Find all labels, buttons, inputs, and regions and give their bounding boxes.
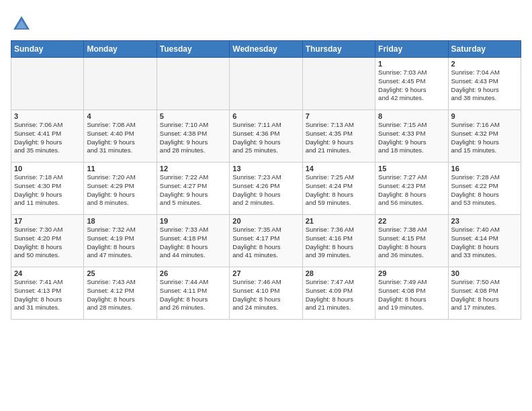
day-info: Sunrise: 7:13 AM Sunset: 4:35 PM Dayligh… xyxy=(306,121,372,155)
day-cell: 9Sunrise: 7:16 AM Sunset: 4:32 PM Daylig… xyxy=(448,110,521,163)
day-number: 9 xyxy=(451,112,518,120)
day-cell: 26Sunrise: 7:44 AM Sunset: 4:11 PM Dayli… xyxy=(157,267,229,320)
day-info: Sunrise: 7:43 AM Sunset: 4:12 PM Dayligh… xyxy=(87,278,153,312)
day-number: 21 xyxy=(306,217,372,225)
day-cell: 13Sunrise: 7:23 AM Sunset: 4:26 PM Dayli… xyxy=(230,163,302,215)
day-cell: 5Sunrise: 7:10 AM Sunset: 4:38 PM Daylig… xyxy=(157,110,229,163)
day-info: Sunrise: 7:15 AM Sunset: 4:33 PM Dayligh… xyxy=(378,121,445,155)
week-row-3: 17Sunrise: 7:30 AM Sunset: 4:20 PM Dayli… xyxy=(11,215,521,267)
calendar-table: SundayMondayTuesdayWednesdayThursdayFrid… xyxy=(11,40,521,320)
day-cell: 10Sunrise: 7:18 AM Sunset: 4:30 PM Dayli… xyxy=(11,163,84,215)
day-number: 19 xyxy=(160,217,226,225)
day-number: 11 xyxy=(87,165,153,173)
day-number: 25 xyxy=(87,269,153,277)
day-number: 23 xyxy=(451,217,518,225)
day-cell: 12Sunrise: 7:22 AM Sunset: 4:27 PM Dayli… xyxy=(157,163,229,215)
day-number: 6 xyxy=(232,112,299,120)
day-number: 26 xyxy=(160,269,226,277)
day-info: Sunrise: 7:46 AM Sunset: 4:10 PM Dayligh… xyxy=(232,278,299,312)
day-number: 1 xyxy=(378,60,445,68)
day-number: 15 xyxy=(378,165,445,173)
day-info: Sunrise: 7:06 AM Sunset: 4:41 PM Dayligh… xyxy=(14,121,81,155)
day-cell: 28Sunrise: 7:47 AM Sunset: 4:09 PM Dayli… xyxy=(302,267,375,320)
day-cell xyxy=(11,58,84,110)
day-number: 12 xyxy=(160,165,226,173)
day-info: Sunrise: 7:27 AM Sunset: 4:23 PM Dayligh… xyxy=(378,173,445,208)
day-info: Sunrise: 7:04 AM Sunset: 4:43 PM Dayligh… xyxy=(451,68,518,103)
day-info: Sunrise: 7:03 AM Sunset: 4:45 PM Dayligh… xyxy=(378,68,445,103)
day-info: Sunrise: 7:36 AM Sunset: 4:16 PM Dayligh… xyxy=(306,226,372,260)
day-cell: 20Sunrise: 7:35 AM Sunset: 4:17 PM Dayli… xyxy=(230,215,302,267)
day-number: 10 xyxy=(14,165,81,173)
day-cell: 27Sunrise: 7:46 AM Sunset: 4:10 PM Dayli… xyxy=(230,267,302,320)
page: SundayMondayTuesdayWednesdayThursdayFrid… xyxy=(0,0,532,411)
day-cell: 4Sunrise: 7:08 AM Sunset: 4:40 PM Daylig… xyxy=(84,110,157,163)
day-cell: 15Sunrise: 7:27 AM Sunset: 4:23 PM Dayli… xyxy=(375,163,448,215)
header-wednesday: Wednesday xyxy=(230,41,302,58)
header-sunday: Sunday xyxy=(11,41,84,58)
day-number: 7 xyxy=(306,112,372,120)
day-number: 22 xyxy=(378,217,445,225)
day-info: Sunrise: 7:11 AM Sunset: 4:36 PM Dayligh… xyxy=(232,121,299,155)
day-cell xyxy=(302,58,375,110)
week-row-1: 3Sunrise: 7:06 AM Sunset: 4:41 PM Daylig… xyxy=(11,110,521,163)
day-cell: 2Sunrise: 7:04 AM Sunset: 4:43 PM Daylig… xyxy=(448,58,521,110)
day-info: Sunrise: 7:16 AM Sunset: 4:32 PM Dayligh… xyxy=(451,121,518,155)
day-info: Sunrise: 7:10 AM Sunset: 4:38 PM Dayligh… xyxy=(160,121,226,155)
day-number: 28 xyxy=(306,269,372,277)
logo-icon xyxy=(11,13,32,35)
day-number: 13 xyxy=(232,165,299,173)
day-number: 24 xyxy=(14,269,81,277)
header xyxy=(11,11,521,35)
day-cell: 11Sunrise: 7:20 AM Sunset: 4:29 PM Dayli… xyxy=(84,163,157,215)
day-cell: 16Sunrise: 7:28 AM Sunset: 4:22 PM Dayli… xyxy=(448,163,521,215)
day-number: 5 xyxy=(160,112,226,120)
day-number: 3 xyxy=(14,112,81,120)
day-cell: 30Sunrise: 7:50 AM Sunset: 4:08 PM Dayli… xyxy=(448,267,521,320)
header-monday: Monday xyxy=(84,41,157,58)
header-tuesday: Tuesday xyxy=(157,41,229,58)
day-number: 14 xyxy=(306,165,372,173)
day-info: Sunrise: 7:41 AM Sunset: 4:13 PM Dayligh… xyxy=(14,278,81,312)
day-info: Sunrise: 7:25 AM Sunset: 4:24 PM Dayligh… xyxy=(306,173,372,208)
header-friday: Friday xyxy=(375,41,448,58)
day-info: Sunrise: 7:35 AM Sunset: 4:17 PM Dayligh… xyxy=(232,226,299,260)
day-cell: 22Sunrise: 7:38 AM Sunset: 4:15 PM Dayli… xyxy=(375,215,448,267)
day-cell: 7Sunrise: 7:13 AM Sunset: 4:35 PM Daylig… xyxy=(302,110,375,163)
day-cell: 8Sunrise: 7:15 AM Sunset: 4:33 PM Daylig… xyxy=(375,110,448,163)
day-cell: 3Sunrise: 7:06 AM Sunset: 4:41 PM Daylig… xyxy=(11,110,84,163)
day-info: Sunrise: 7:47 AM Sunset: 4:09 PM Dayligh… xyxy=(306,278,372,312)
day-info: Sunrise: 7:32 AM Sunset: 4:19 PM Dayligh… xyxy=(87,226,153,260)
day-cell: 24Sunrise: 7:41 AM Sunset: 4:13 PM Dayli… xyxy=(11,267,84,320)
day-info: Sunrise: 7:23 AM Sunset: 4:26 PM Dayligh… xyxy=(232,173,299,208)
logo xyxy=(11,13,35,35)
day-info: Sunrise: 7:28 AM Sunset: 4:22 PM Dayligh… xyxy=(451,173,518,208)
header-row: SundayMondayTuesdayWednesdayThursdayFrid… xyxy=(11,41,521,58)
day-cell: 25Sunrise: 7:43 AM Sunset: 4:12 PM Dayli… xyxy=(84,267,157,320)
day-info: Sunrise: 7:40 AM Sunset: 4:14 PM Dayligh… xyxy=(451,226,518,260)
day-cell: 18Sunrise: 7:32 AM Sunset: 4:19 PM Dayli… xyxy=(84,215,157,267)
day-cell: 17Sunrise: 7:30 AM Sunset: 4:20 PM Dayli… xyxy=(11,215,84,267)
week-row-4: 24Sunrise: 7:41 AM Sunset: 4:13 PM Dayli… xyxy=(11,267,521,320)
day-cell: 29Sunrise: 7:49 AM Sunset: 4:08 PM Dayli… xyxy=(375,267,448,320)
header-saturday: Saturday xyxy=(448,41,521,58)
day-info: Sunrise: 7:20 AM Sunset: 4:29 PM Dayligh… xyxy=(87,173,153,208)
week-row-0: 1Sunrise: 7:03 AM Sunset: 4:45 PM Daylig… xyxy=(11,58,521,110)
day-cell: 21Sunrise: 7:36 AM Sunset: 4:16 PM Dayli… xyxy=(302,215,375,267)
day-cell xyxy=(84,58,157,110)
header-thursday: Thursday xyxy=(302,41,375,58)
day-info: Sunrise: 7:49 AM Sunset: 4:08 PM Dayligh… xyxy=(378,278,445,312)
day-cell xyxy=(230,58,302,110)
day-number: 20 xyxy=(232,217,299,225)
day-cell: 14Sunrise: 7:25 AM Sunset: 4:24 PM Dayli… xyxy=(302,163,375,215)
day-info: Sunrise: 7:44 AM Sunset: 4:11 PM Dayligh… xyxy=(160,278,226,312)
day-number: 17 xyxy=(14,217,81,225)
day-info: Sunrise: 7:18 AM Sunset: 4:30 PM Dayligh… xyxy=(14,173,81,208)
day-number: 8 xyxy=(378,112,445,120)
day-cell xyxy=(157,58,229,110)
day-cell: 6Sunrise: 7:11 AM Sunset: 4:36 PM Daylig… xyxy=(230,110,302,163)
day-number: 27 xyxy=(232,269,299,277)
day-info: Sunrise: 7:33 AM Sunset: 4:18 PM Dayligh… xyxy=(160,226,226,260)
day-number: 30 xyxy=(451,269,518,277)
day-number: 2 xyxy=(451,60,518,68)
